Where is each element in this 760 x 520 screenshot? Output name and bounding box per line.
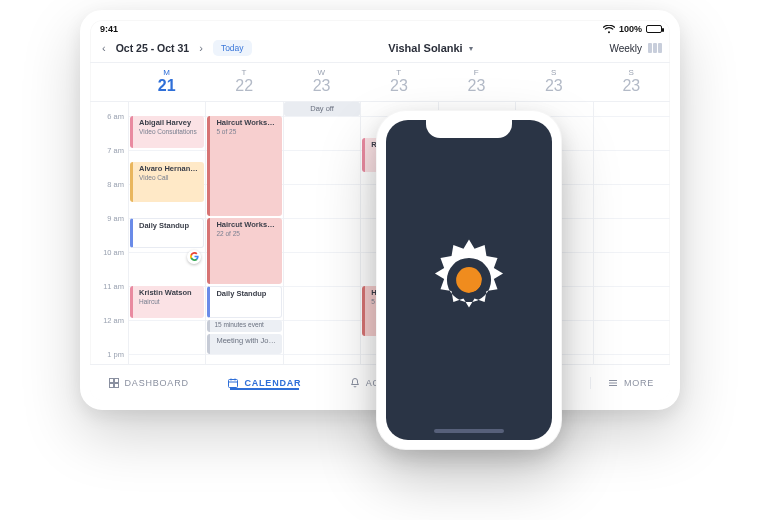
day-col-wed[interactable]: Day off [283, 102, 360, 370]
menu-icon [607, 377, 619, 389]
day-header-mon[interactable]: M21 [128, 63, 205, 101]
event-alvaro[interactable]: Alvaro HernandezVideo Call [130, 162, 204, 202]
event-workshop-1[interactable]: Haircut Workshops5 of 25 [207, 116, 281, 216]
day-header-wed[interactable]: W23 [283, 63, 360, 101]
svg-rect-3 [114, 383, 118, 387]
grid-icon [648, 43, 662, 53]
battery-percent: 100% [619, 24, 642, 34]
nav-dashboard[interactable]: DASHBOARD [90, 377, 206, 389]
gear-logo-icon [423, 234, 515, 326]
day-header-sun[interactable]: S23 [593, 63, 670, 101]
event-fifteen[interactable]: 15 minutes event [207, 320, 281, 332]
dashboard-icon [108, 377, 120, 389]
day-col-mon[interactable]: Abigail HarveyVideo Consultations Alvaro… [128, 102, 205, 370]
wifi-icon [603, 25, 615, 34]
status-bar: 9:41 100% [90, 20, 670, 36]
phone-screen [386, 120, 552, 440]
event-workshop-2[interactable]: Haircut Workshops22 of 25 [207, 218, 281, 284]
phone-frame [376, 110, 562, 450]
view-label: Weekly [609, 43, 642, 54]
status-right: 100% [603, 24, 662, 34]
allday-dayoff[interactable]: Day off [284, 102, 360, 116]
day-header-fri[interactable]: F23 [438, 63, 515, 101]
topbar: ‹ Oct 25 - Oct 31 › Today Vishal Solanki… [90, 36, 670, 62]
next-week-button[interactable]: › [195, 40, 207, 56]
today-button[interactable]: Today [213, 40, 252, 56]
day-col-tue[interactable]: Haircut Workshops5 of 25 Haircut Worksho… [205, 102, 282, 370]
view-selector[interactable]: Weekly [609, 43, 662, 54]
date-range[interactable]: Oct 25 - Oct 31 [116, 42, 190, 54]
day-header-sat[interactable]: S23 [515, 63, 592, 101]
calendar-icon [227, 377, 239, 389]
event-standup-tue[interactable]: Daily Standup [207, 286, 281, 318]
event-kristin[interactable]: Kristin WatsonHaircut [130, 286, 204, 318]
nav-more[interactable]: MORE [590, 377, 670, 389]
battery-icon [646, 25, 662, 33]
event-abigail[interactable]: Abigail HarveyVideo Consultations [130, 116, 204, 148]
week-header: M21 T22 W23 T23 F23 S23 S23 [90, 62, 670, 102]
day-header-tue[interactable]: T22 [205, 63, 282, 101]
chevron-down-icon: ▾ [469, 44, 473, 53]
phone-notch [426, 120, 512, 138]
day-col-sun[interactable] [593, 102, 670, 370]
event-meeting[interactable]: Meeting with Jo… [207, 334, 281, 354]
bell-icon [349, 377, 361, 389]
status-time: 9:41 [100, 24, 118, 34]
day-header-thu[interactable]: T23 [360, 63, 437, 101]
user-selector[interactable]: Vishal Solanki ▾ [388, 42, 472, 54]
svg-point-11 [456, 267, 482, 293]
prev-week-button[interactable]: ‹ [98, 40, 110, 56]
svg-rect-4 [229, 379, 238, 387]
svg-rect-0 [109, 378, 113, 382]
home-indicator [434, 429, 504, 433]
svg-rect-2 [109, 383, 113, 387]
google-icon [187, 250, 201, 264]
user-name: Vishal Solanki [388, 42, 462, 54]
time-gutter: 6 am 7 am 8 am 9 am 10 am 11 am 12 am 1 … [90, 102, 128, 370]
event-standup-mon[interactable]: Daily Standup [130, 218, 204, 248]
svg-rect-1 [114, 378, 118, 382]
nav-calendar[interactable]: CALENDAR [206, 377, 322, 389]
